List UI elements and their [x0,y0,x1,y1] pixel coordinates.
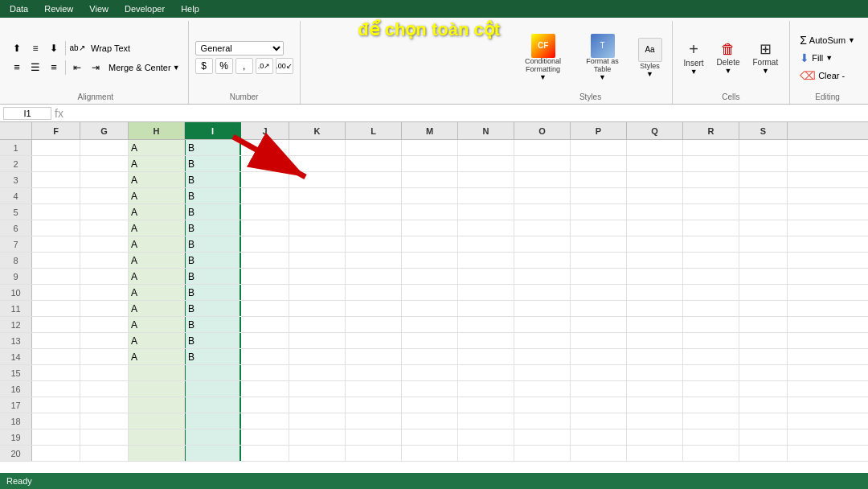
percent-button[interactable]: % [215,58,233,74]
cell[interactable] [185,413,241,429]
cell[interactable] [683,381,739,397]
cell[interactable]: A [129,204,185,220]
decrease-indent-icon[interactable]: ⇤ [68,59,86,76]
format-btn[interactable]: ⊞ Format ▼ [748,39,784,76]
cell[interactable] [289,413,346,429]
ribbon-tab-developer[interactable]: Developer [121,2,168,15]
cell[interactable] [458,349,514,364]
cell[interactable] [346,397,402,413]
cell[interactable] [346,413,402,429]
cell[interactable] [739,140,788,155]
cell[interactable] [739,204,788,220]
cell[interactable] [402,317,458,332]
cell[interactable] [683,253,739,268]
cell[interactable] [571,365,627,380]
cell[interactable] [32,301,80,316]
cell[interactable] [514,397,571,413]
cell[interactable] [289,204,346,220]
col-header-M[interactable]: M [402,122,458,139]
cell[interactable] [185,381,241,397]
cell[interactable]: B [185,188,241,203]
col-header-S[interactable]: S [739,122,788,139]
cell[interactable] [683,333,739,348]
cell[interactable] [739,301,788,316]
cell[interactable] [627,317,683,332]
cell[interactable] [627,397,683,413]
cell[interactable] [571,301,627,316]
conditional-formatting-btn[interactable]: CF ConditionalFormatting ▼ [516,32,571,84]
cell[interactable] [346,156,402,171]
cell[interactable] [32,446,80,461]
cell[interactable] [627,188,683,203]
cell[interactable] [458,156,514,171]
cell[interactable] [514,140,571,155]
cell[interactable] [571,204,627,220]
cell[interactable] [683,220,739,236]
cell[interactable] [241,397,289,413]
cell[interactable] [32,172,80,187]
cell[interactable] [80,381,129,397]
cell[interactable]: B [185,285,241,300]
cell[interactable] [241,220,289,236]
cell[interactable] [402,253,458,268]
cell[interactable] [571,429,627,445]
cell[interactable] [683,269,739,284]
cell[interactable] [346,301,402,316]
cell[interactable] [289,140,346,155]
cell[interactable] [739,269,788,284]
cell[interactable] [571,172,627,187]
cell[interactable] [458,253,514,268]
cell[interactable] [289,285,346,300]
cell[interactable] [80,413,129,429]
increase-indent-icon[interactable]: ⇥ [87,59,104,76]
cell[interactable] [129,381,185,397]
cell[interactable] [514,301,571,316]
cell[interactable] [571,333,627,348]
cell[interactable] [683,172,739,187]
cell[interactable] [458,365,514,380]
cell[interactable] [241,269,289,284]
cell[interactable] [402,381,458,397]
insert-btn[interactable]: + Insert ▼ [679,39,709,77]
cell[interactable] [80,236,129,252]
cell[interactable] [739,446,788,461]
cell[interactable] [289,317,346,332]
cell[interactable] [346,140,402,155]
cell[interactable]: A [129,333,185,348]
fill-btn[interactable]: ⬇ Fill ▼ [796,50,858,66]
cell[interactable] [683,156,739,171]
cell[interactable] [739,365,788,380]
cell[interactable] [346,172,402,187]
col-header-I[interactable]: I [185,122,241,139]
cell[interactable] [571,220,627,236]
cell[interactable] [458,220,514,236]
cell[interactable] [739,236,788,252]
cell[interactable] [458,446,514,461]
cell[interactable] [514,429,571,445]
cell[interactable] [80,140,129,155]
cell[interactable] [571,349,627,364]
ribbon-tab-view[interactable]: View [86,2,112,15]
cell[interactable] [80,156,129,171]
cell[interactable] [514,381,571,397]
cell[interactable]: B [185,333,241,348]
cell[interactable]: A [129,285,185,300]
cell[interactable] [32,429,80,445]
cell[interactable] [739,349,788,364]
ribbon-tab-help[interactable]: Help [178,2,203,15]
cell[interactable] [739,172,788,187]
align-bottom-icon[interactable]: ⬇ [45,39,63,57]
cell[interactable]: A [129,156,185,171]
orientation-icon[interactable]: ab↗ [68,39,86,57]
col-header-Q[interactable]: Q [627,122,683,139]
cell-styles-btn[interactable]: Aa Styles ▼ [635,36,665,80]
number-format-dropdown[interactable]: General [195,41,284,55]
cell[interactable] [402,349,458,364]
cell[interactable] [683,204,739,220]
cell[interactable] [32,317,80,332]
cell[interactable] [346,349,402,364]
cell[interactable] [241,188,289,203]
cell[interactable] [627,365,683,380]
cell[interactable] [627,381,683,397]
cell[interactable] [241,429,289,445]
